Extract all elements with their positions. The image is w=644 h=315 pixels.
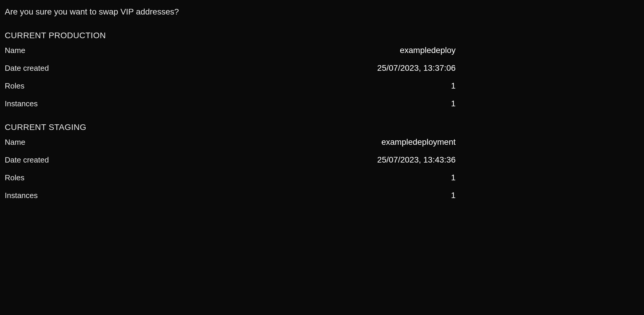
production-roles-value: 1 xyxy=(451,81,456,91)
production-date-label: Date created xyxy=(5,64,49,73)
production-roles-label: Roles xyxy=(5,81,24,91)
staging-section: CURRENT STAGING Name exampledeployment D… xyxy=(5,123,639,200)
staging-instances-row: Instances 1 xyxy=(5,191,639,200)
staging-roles-value: 1 xyxy=(451,173,456,182)
confirm-message: Are you sure you want to swap VIP addres… xyxy=(5,7,639,17)
production-section: CURRENT PRODUCTION Name exampledeploy Da… xyxy=(5,31,639,108)
production-instances-row: Instances 1 xyxy=(5,99,639,108)
production-date-row: Date created 25/07/2023, 13:37:06 xyxy=(5,63,639,73)
staging-roles-label: Roles xyxy=(5,173,24,182)
production-instances-value: 1 xyxy=(451,99,456,108)
staging-name-value: exampledeployment xyxy=(381,137,456,147)
production-roles-row: Roles 1 xyxy=(5,81,639,91)
production-instances-label: Instances xyxy=(5,99,38,108)
staging-name-label: Name xyxy=(5,138,25,147)
staging-date-label: Date created xyxy=(5,155,49,165)
production-name-row: Name exampledeploy xyxy=(5,46,639,55)
staging-date-row: Date created 25/07/2023, 13:43:36 xyxy=(5,155,639,165)
staging-roles-row: Roles 1 xyxy=(5,173,639,182)
staging-instances-label: Instances xyxy=(5,191,38,200)
staging-header: CURRENT STAGING xyxy=(5,123,639,132)
production-header: CURRENT PRODUCTION xyxy=(5,31,639,40)
staging-name-row: Name exampledeployment xyxy=(5,137,639,147)
staging-instances-value: 1 xyxy=(451,191,456,200)
production-date-value: 25/07/2023, 13:37:06 xyxy=(377,63,456,73)
production-name-label: Name xyxy=(5,46,25,55)
staging-date-value: 25/07/2023, 13:43:36 xyxy=(377,155,456,165)
production-name-value: exampledeploy xyxy=(400,46,456,55)
